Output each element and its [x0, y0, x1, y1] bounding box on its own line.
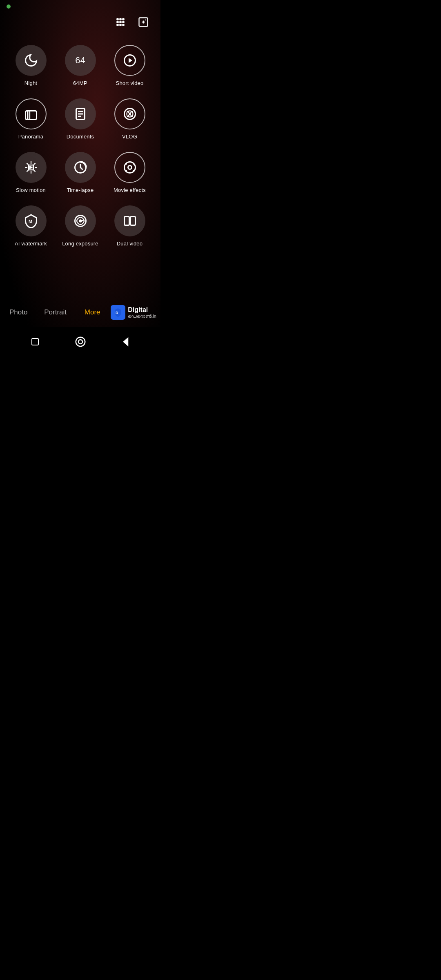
- watermark-logo: D: [111, 305, 125, 320]
- mode-panorama[interactable]: Panorama: [8, 98, 53, 140]
- dual-video-label: Dual video: [117, 241, 143, 247]
- svg-point-4: [119, 21, 122, 23]
- edit-icon[interactable]: [136, 15, 151, 29]
- nav-square-button[interactable]: [27, 334, 43, 350]
- svg-point-7: [119, 24, 122, 26]
- top-bar: [0, 11, 160, 33]
- 64mp-text: 64: [75, 55, 85, 66]
- slow-motion-label: Slow motion: [16, 187, 46, 193]
- short-video-label: Short video: [116, 80, 144, 86]
- ai-watermark-label: AI watermark: [15, 241, 47, 247]
- 64mp-circle: 64: [65, 45, 96, 76]
- mode-movie-effects[interactable]: Movie effects: [107, 152, 152, 193]
- svg-point-6: [116, 24, 119, 26]
- svg-point-22: [125, 163, 127, 165]
- svg-text:D: D: [116, 311, 118, 315]
- movie-effects-circle: [114, 152, 145, 183]
- mode-vlog[interactable]: VLOG: [107, 98, 152, 140]
- nav-home-button[interactable]: [73, 334, 88, 350]
- mode-ai-watermark[interactable]: M AI watermark: [8, 205, 53, 247]
- watermark-text: Digital ഡെറൊൺ.in: [128, 306, 156, 318]
- time-lapse-circle: [65, 152, 96, 183]
- svg-point-33: [76, 337, 85, 347]
- watermark-subtitle: ഡെറൊൺ.in: [128, 314, 156, 318]
- mode-short-video[interactable]: Short video: [107, 45, 152, 86]
- documents-circle: [65, 98, 96, 129]
- mode-64mp[interactable]: 64 64MP: [58, 45, 103, 86]
- svg-point-23: [132, 163, 134, 165]
- vlog-label: VLOG: [122, 134, 137, 140]
- tab-more[interactable]: More: [74, 305, 111, 320]
- documents-label: Documents: [67, 134, 94, 140]
- svg-point-25: [132, 170, 134, 172]
- svg-rect-29: [124, 217, 129, 225]
- tab-portrait[interactable]: Portrait: [37, 305, 74, 320]
- time-lapse-label: Time-lapse: [67, 187, 94, 193]
- ai-watermark-circle: M: [16, 205, 47, 236]
- navigation-bar: [0, 327, 160, 356]
- movie-effects-label: Movie effects: [114, 187, 146, 193]
- mode-documents[interactable]: Documents: [58, 98, 103, 140]
- mode-long-exposure[interactable]: Long exposure: [58, 205, 103, 247]
- svg-point-3: [116, 21, 119, 23]
- night-circle: [16, 45, 47, 76]
- nav-back-button[interactable]: [118, 334, 134, 350]
- mode-time-lapse[interactable]: Time-lapse: [58, 152, 103, 193]
- svg-rect-30: [130, 217, 135, 225]
- svg-point-28: [79, 220, 81, 222]
- svg-point-0: [116, 18, 119, 20]
- short-video-circle: [114, 45, 145, 76]
- panorama-label: Panorama: [18, 134, 44, 140]
- svg-point-2: [122, 18, 125, 20]
- svg-marker-35: [124, 338, 128, 345]
- status-indicator: [7, 4, 11, 9]
- dual-video-circle: [114, 205, 145, 236]
- svg-text:M: M: [29, 219, 32, 224]
- modes-grid: Night 64 64MP Short video Panorama: [0, 33, 160, 251]
- svg-point-1: [119, 18, 122, 20]
- long-exposure-label: Long exposure: [62, 241, 98, 247]
- night-label: Night: [24, 80, 37, 86]
- svg-point-24: [125, 170, 127, 172]
- svg-point-21: [128, 166, 131, 169]
- bottom-tabs: Photo Portrait More D Digital ഡെറൊൺ.in: [0, 301, 160, 324]
- grid-icon[interactable]: [113, 15, 128, 29]
- panorama-circle: [16, 98, 47, 129]
- svg-point-5: [122, 21, 125, 23]
- mode-night[interactable]: Night: [8, 45, 53, 86]
- vlog-circle: [114, 98, 145, 129]
- mode-slow-motion[interactable]: Slow motion: [8, 152, 53, 193]
- status-bar: [0, 0, 160, 11]
- slow-motion-circle: [16, 152, 47, 183]
- mode-dual-video[interactable]: Dual video: [107, 205, 152, 247]
- tab-photo[interactable]: Photo: [0, 305, 37, 320]
- svg-rect-13: [27, 111, 30, 120]
- watermark-title: Digital: [128, 306, 156, 314]
- svg-point-8: [122, 24, 125, 26]
- svg-point-34: [78, 340, 82, 344]
- svg-rect-32: [32, 339, 38, 345]
- long-exposure-circle: [65, 205, 96, 236]
- 64mp-label: 64MP: [73, 80, 87, 86]
- svg-marker-11: [129, 58, 132, 63]
